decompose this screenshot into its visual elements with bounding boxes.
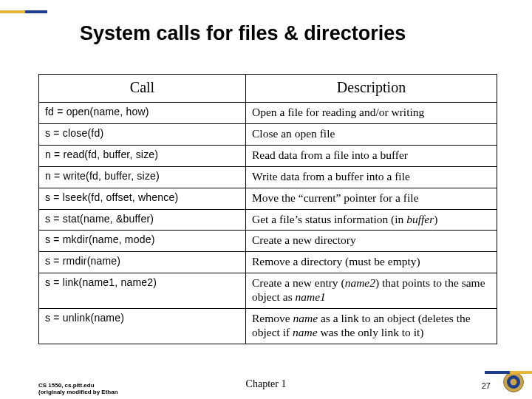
table-header-row: Call Description	[39, 75, 497, 103]
description-cell: Create a new entry (name2) that points t…	[246, 273, 497, 309]
table-row: n = read(fd, buffer, size)Read data from…	[39, 145, 497, 166]
call-cell: fd = open(name, how)	[39, 103, 246, 124]
description-cell: Open a file for reading and/or writing	[246, 103, 497, 124]
description-cell: Read data from a file into a buffer	[246, 145, 497, 166]
description-cell: Move the “current” pointer for a file	[246, 188, 497, 209]
call-cell: s = link(name1, name2)	[39, 273, 246, 309]
col-header-call: Call	[39, 75, 246, 103]
call-cell: s = stat(name, &buffer)	[39, 209, 246, 231]
slide-title: System calls for files & directories	[80, 22, 406, 45]
table-row: s = stat(name, &buffer)Get a file’s stat…	[39, 209, 497, 231]
table-row: s = close(fd)Close an open file	[39, 123, 497, 145]
description-cell: Get a file’s status information (in buff…	[246, 209, 497, 231]
call-cell: s = rmdir(name)	[39, 252, 246, 273]
accent-blue	[485, 371, 510, 374]
col-header-description: Description	[246, 75, 497, 103]
table-row: s = mkdir(name, mode)Create a new direct…	[39, 231, 497, 252]
slide: System calls for files & directories Cal…	[0, 0, 532, 399]
footer-chapter: Chapter 1	[0, 378, 532, 390]
accent-bar-bottom	[485, 371, 532, 374]
footer-line-2: (originaly modified by Ethan	[38, 389, 118, 396]
call-cell: n = write(fd, buffer, size)	[39, 166, 246, 188]
call-cell: s = unlink(name)	[39, 309, 246, 344]
table-row: s = unlink(name)Remove name as a link to…	[39, 309, 497, 344]
page-number: 27	[482, 381, 491, 390]
table-row: fd = open(name, how)Open a file for read…	[39, 103, 497, 124]
call-cell: s = lseek(fd, offset, whence)	[39, 188, 246, 209]
table-row: s = rmdir(name)Remove a directory (must …	[39, 252, 497, 273]
accent-gold	[0, 10, 25, 13]
description-cell: Create a new directory	[246, 231, 497, 252]
description-cell: Close an open file	[246, 123, 497, 145]
description-cell: Write data from a buffer into a file	[246, 166, 497, 188]
description-cell: Remove a directory (must be empty)	[246, 252, 497, 273]
table-row: s = link(name1, name2)Create a new entry…	[39, 273, 497, 309]
call-cell: s = mkdir(name, mode)	[39, 231, 246, 252]
accent-bar-top	[0, 10, 47, 13]
svg-point-2	[511, 379, 517, 386]
university-seal-icon	[502, 371, 525, 393]
table-row: s = lseek(fd, offset, whence)Move the “c…	[39, 188, 497, 209]
accent-blue	[25, 10, 47, 13]
accent-gold	[510, 371, 532, 374]
syscall-table: Call Description fd = open(name, how)Ope…	[38, 74, 497, 344]
call-cell: n = read(fd, buffer, size)	[39, 145, 246, 166]
description-cell: Remove name as a link to an object (dele…	[246, 309, 497, 344]
table-row: n = write(fd, buffer, size)Write data fr…	[39, 166, 497, 188]
call-cell: s = close(fd)	[39, 123, 246, 145]
